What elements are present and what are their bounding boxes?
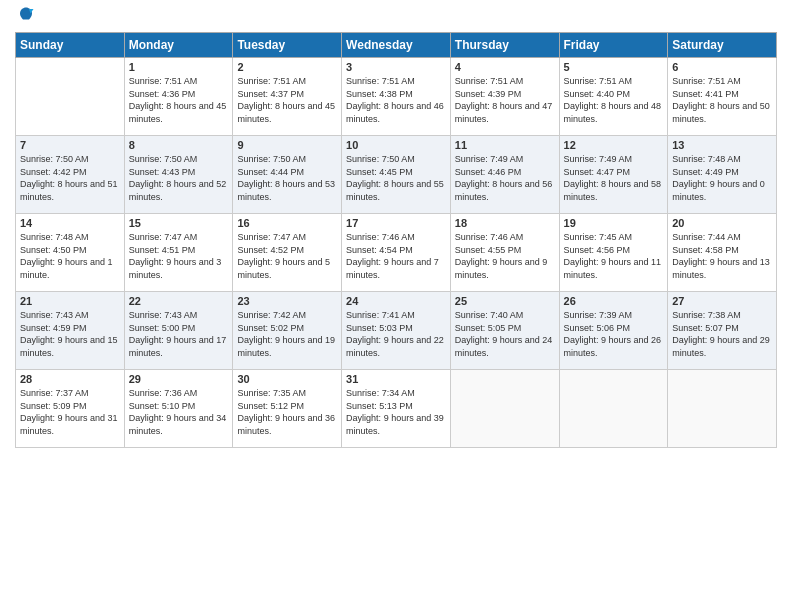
header-sunday: Sunday [16, 33, 125, 58]
calendar-cell: 2Sunrise: 7:51 AMSunset: 4:37 PMDaylight… [233, 58, 342, 136]
day-info: Sunrise: 7:50 AMSunset: 4:44 PMDaylight:… [237, 154, 335, 202]
day-info: Sunrise: 7:46 AMSunset: 4:55 PMDaylight:… [455, 232, 548, 280]
day-number: 20 [672, 217, 772, 229]
calendar-cell: 1Sunrise: 7:51 AMSunset: 4:36 PMDaylight… [124, 58, 233, 136]
logo-icon [17, 6, 35, 24]
logo [15, 14, 35, 24]
calendar-cell: 17Sunrise: 7:46 AMSunset: 4:54 PMDayligh… [342, 214, 451, 292]
calendar-cell: 22Sunrise: 7:43 AMSunset: 5:00 PMDayligh… [124, 292, 233, 370]
calendar-cell: 18Sunrise: 7:46 AMSunset: 4:55 PMDayligh… [450, 214, 559, 292]
calendar-cell: 26Sunrise: 7:39 AMSunset: 5:06 PMDayligh… [559, 292, 668, 370]
week-row-2: 14Sunrise: 7:48 AMSunset: 4:50 PMDayligh… [16, 214, 777, 292]
calendar-cell: 24Sunrise: 7:41 AMSunset: 5:03 PMDayligh… [342, 292, 451, 370]
day-number: 29 [129, 373, 229, 385]
day-number: 17 [346, 217, 446, 229]
calendar-cell: 3Sunrise: 7:51 AMSunset: 4:38 PMDaylight… [342, 58, 451, 136]
day-info: Sunrise: 7:49 AMSunset: 4:46 PMDaylight:… [455, 154, 553, 202]
calendar-cell: 29Sunrise: 7:36 AMSunset: 5:10 PMDayligh… [124, 370, 233, 448]
header-friday: Friday [559, 33, 668, 58]
day-number: 6 [672, 61, 772, 73]
calendar-cell: 21Sunrise: 7:43 AMSunset: 4:59 PMDayligh… [16, 292, 125, 370]
page: SundayMondayTuesdayWednesdayThursdayFrid… [0, 0, 792, 612]
day-number: 12 [564, 139, 664, 151]
calendar-cell: 9Sunrise: 7:50 AMSunset: 4:44 PMDaylight… [233, 136, 342, 214]
day-info: Sunrise: 7:45 AMSunset: 4:56 PMDaylight:… [564, 232, 662, 280]
day-info: Sunrise: 7:43 AMSunset: 5:00 PMDaylight:… [129, 310, 227, 358]
day-info: Sunrise: 7:38 AMSunset: 5:07 PMDaylight:… [672, 310, 770, 358]
day-info: Sunrise: 7:42 AMSunset: 5:02 PMDaylight:… [237, 310, 335, 358]
day-number: 9 [237, 139, 337, 151]
calendar-cell: 25Sunrise: 7:40 AMSunset: 5:05 PMDayligh… [450, 292, 559, 370]
calendar-cell: 19Sunrise: 7:45 AMSunset: 4:56 PMDayligh… [559, 214, 668, 292]
day-info: Sunrise: 7:51 AMSunset: 4:40 PMDaylight:… [564, 76, 662, 124]
day-number: 14 [20, 217, 120, 229]
calendar-cell: 20Sunrise: 7:44 AMSunset: 4:58 PMDayligh… [668, 214, 777, 292]
header-monday: Monday [124, 33, 233, 58]
calendar-cell: 10Sunrise: 7:50 AMSunset: 4:45 PMDayligh… [342, 136, 451, 214]
header-saturday: Saturday [668, 33, 777, 58]
header-tuesday: Tuesday [233, 33, 342, 58]
calendar-cell: 14Sunrise: 7:48 AMSunset: 4:50 PMDayligh… [16, 214, 125, 292]
calendar-cell [16, 58, 125, 136]
day-info: Sunrise: 7:46 AMSunset: 4:54 PMDaylight:… [346, 232, 439, 280]
week-row-1: 7Sunrise: 7:50 AMSunset: 4:42 PMDaylight… [16, 136, 777, 214]
day-number: 23 [237, 295, 337, 307]
day-info: Sunrise: 7:51 AMSunset: 4:38 PMDaylight:… [346, 76, 444, 124]
day-number: 21 [20, 295, 120, 307]
calendar-cell: 6Sunrise: 7:51 AMSunset: 4:41 PMDaylight… [668, 58, 777, 136]
calendar-cell: 11Sunrise: 7:49 AMSunset: 4:46 PMDayligh… [450, 136, 559, 214]
day-info: Sunrise: 7:51 AMSunset: 4:37 PMDaylight:… [237, 76, 335, 124]
day-info: Sunrise: 7:50 AMSunset: 4:45 PMDaylight:… [346, 154, 444, 202]
day-number: 2 [237, 61, 337, 73]
day-number: 13 [672, 139, 772, 151]
day-number: 15 [129, 217, 229, 229]
day-number: 27 [672, 295, 772, 307]
day-number: 5 [564, 61, 664, 73]
calendar-cell: 12Sunrise: 7:49 AMSunset: 4:47 PMDayligh… [559, 136, 668, 214]
header-wednesday: Wednesday [342, 33, 451, 58]
week-row-0: 1Sunrise: 7:51 AMSunset: 4:36 PMDaylight… [16, 58, 777, 136]
day-info: Sunrise: 7:40 AMSunset: 5:05 PMDaylight:… [455, 310, 553, 358]
day-info: Sunrise: 7:41 AMSunset: 5:03 PMDaylight:… [346, 310, 444, 358]
day-info: Sunrise: 7:43 AMSunset: 4:59 PMDaylight:… [20, 310, 118, 358]
day-number: 25 [455, 295, 555, 307]
header-thursday: Thursday [450, 33, 559, 58]
week-row-3: 21Sunrise: 7:43 AMSunset: 4:59 PMDayligh… [16, 292, 777, 370]
calendar-cell [450, 370, 559, 448]
day-number: 16 [237, 217, 337, 229]
calendar-cell: 31Sunrise: 7:34 AMSunset: 5:13 PMDayligh… [342, 370, 451, 448]
calendar-table: SundayMondayTuesdayWednesdayThursdayFrid… [15, 32, 777, 448]
day-number: 31 [346, 373, 446, 385]
calendar-cell: 13Sunrise: 7:48 AMSunset: 4:49 PMDayligh… [668, 136, 777, 214]
day-info: Sunrise: 7:47 AMSunset: 4:52 PMDaylight:… [237, 232, 330, 280]
day-info: Sunrise: 7:50 AMSunset: 4:43 PMDaylight:… [129, 154, 227, 202]
day-info: Sunrise: 7:39 AMSunset: 5:06 PMDaylight:… [564, 310, 662, 358]
calendar-cell: 30Sunrise: 7:35 AMSunset: 5:12 PMDayligh… [233, 370, 342, 448]
day-info: Sunrise: 7:49 AMSunset: 4:47 PMDaylight:… [564, 154, 662, 202]
day-number: 3 [346, 61, 446, 73]
day-number: 26 [564, 295, 664, 307]
calendar-cell: 27Sunrise: 7:38 AMSunset: 5:07 PMDayligh… [668, 292, 777, 370]
day-info: Sunrise: 7:47 AMSunset: 4:51 PMDaylight:… [129, 232, 222, 280]
day-number: 19 [564, 217, 664, 229]
calendar-cell: 16Sunrise: 7:47 AMSunset: 4:52 PMDayligh… [233, 214, 342, 292]
day-info: Sunrise: 7:36 AMSunset: 5:10 PMDaylight:… [129, 388, 227, 436]
calendar-cell: 8Sunrise: 7:50 AMSunset: 4:43 PMDaylight… [124, 136, 233, 214]
day-info: Sunrise: 7:48 AMSunset: 4:49 PMDaylight:… [672, 154, 765, 202]
day-number: 28 [20, 373, 120, 385]
day-number: 18 [455, 217, 555, 229]
header [15, 10, 777, 24]
calendar-cell [559, 370, 668, 448]
week-row-4: 28Sunrise: 7:37 AMSunset: 5:09 PMDayligh… [16, 370, 777, 448]
day-number: 8 [129, 139, 229, 151]
day-info: Sunrise: 7:37 AMSunset: 5:09 PMDaylight:… [20, 388, 118, 436]
header-row: SundayMondayTuesdayWednesdayThursdayFrid… [16, 33, 777, 58]
day-number: 4 [455, 61, 555, 73]
calendar-cell: 4Sunrise: 7:51 AMSunset: 4:39 PMDaylight… [450, 58, 559, 136]
day-info: Sunrise: 7:48 AMSunset: 4:50 PMDaylight:… [20, 232, 113, 280]
day-number: 11 [455, 139, 555, 151]
day-info: Sunrise: 7:51 AMSunset: 4:41 PMDaylight:… [672, 76, 770, 124]
calendar-cell: 23Sunrise: 7:42 AMSunset: 5:02 PMDayligh… [233, 292, 342, 370]
day-info: Sunrise: 7:44 AMSunset: 4:58 PMDaylight:… [672, 232, 770, 280]
day-info: Sunrise: 7:51 AMSunset: 4:36 PMDaylight:… [129, 76, 227, 124]
